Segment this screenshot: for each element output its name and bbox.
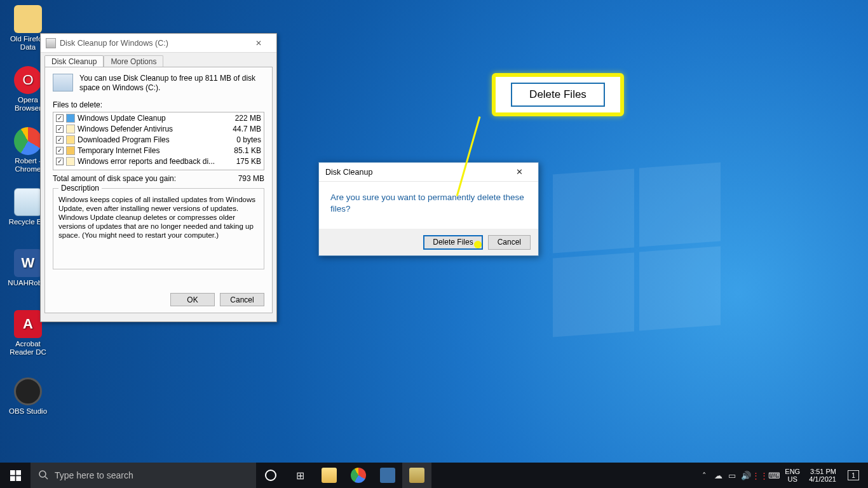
files-list[interactable]: ✓ Windows Update Cleanup 222 MB ✓ Window… [53, 112, 264, 170]
item-name: Windows Update Cleanup [78, 114, 223, 123]
taskbar-app-disk-cleanup[interactable] [402, 463, 431, 488]
cortana-button[interactable] [256, 463, 285, 488]
dialog-titlebar[interactable]: Disk Cleanup ✕ [319, 163, 538, 182]
action-center-button[interactable]: 1 [841, 463, 865, 488]
list-item[interactable]: ✓ Windows Defender Antivirus 44.7 MB [53, 123, 264, 134]
tab-strip: Disk Cleanup More Options [41, 53, 276, 67]
keyboard-icon[interactable]: ⌨ [767, 463, 781, 488]
close-button[interactable]: ✕ [246, 34, 271, 52]
notification-count: 1 [851, 472, 855, 479]
item-size: 85.1 KB [223, 146, 261, 155]
delete-files-button[interactable]: Delete Files [423, 235, 482, 250]
checkbox[interactable]: ✓ [56, 136, 64, 144]
clock-time: 3:51 PM [809, 468, 836, 475]
description-fieldset: Description Windows keeps copies of all … [53, 188, 264, 269]
search-icon [38, 470, 48, 482]
files-to-delete-label: Files to delete: [53, 100, 264, 109]
start-button[interactable] [0, 463, 31, 488]
window-titlebar[interactable]: Disk Cleanup for Windows (C:) ✕ [41, 34, 276, 53]
list-item[interactable]: ✓ Temporary Internet Files 85.1 KB [53, 145, 264, 156]
taskbar-app-chrome[interactable] [344, 463, 373, 488]
dialog-button-row: Delete Files Cancel [319, 229, 538, 255]
system-tray: ˄ ☁ ▭ 🔊 ⋮⋮ ⌨ ENG US 3:51 PM 4/1/2021 1 [697, 463, 868, 488]
onedrive-icon[interactable]: ☁ [711, 463, 725, 488]
item-size: 44.7 MB [223, 125, 261, 133]
checkbox[interactable]: ✓ [56, 158, 64, 165]
svg-rect-3 [16, 476, 21, 481]
freeup-text: You can use Disk Cleanup to free up 811 … [79, 74, 264, 93]
tray-overflow-button[interactable]: ˄ [697, 463, 711, 488]
svg-line-5 [45, 477, 48, 479]
window-title: Disk Cleanup for Windows (C:) [60, 39, 246, 48]
tab-disk-cleanup[interactable]: Disk Cleanup [44, 55, 104, 67]
desktop-icon-obs[interactable]: OBS Studio [4, 377, 52, 416]
folder-icon [14, 5, 42, 33]
list-item[interactable]: ✓ Windows error reports and feedback di.… [53, 156, 264, 166]
total-label: Total amount of disk space you gain: [53, 174, 238, 183]
battery-icon[interactable]: ▭ [725, 463, 739, 488]
notification-icon: 1 [848, 470, 859, 480]
svg-rect-1 [16, 470, 21, 475]
disk-cleanup-icon [46, 38, 56, 48]
file-type-icon [66, 114, 75, 123]
callout-button-visual: Delete Files [511, 83, 605, 107]
desktop-icon-label: OBS Studio [4, 407, 52, 416]
word-icon: W [14, 249, 42, 277]
freeup-info: You can use Disk Cleanup to free up 811 … [53, 74, 264, 93]
windows-start-icon [10, 470, 21, 481]
clock[interactable]: 3:51 PM 4/1/2021 [804, 468, 841, 483]
svg-rect-2 [10, 476, 15, 481]
language-indicator[interactable]: ENG US [781, 468, 804, 483]
desktop-icon-label: Acrobat Reader DC [4, 340, 52, 356]
total-row: Total amount of disk space you gain: 793… [53, 174, 264, 183]
confirm-dialog: Disk Cleanup ✕ Are you sure you want to … [318, 162, 539, 256]
taskbar-app-generic[interactable] [373, 463, 402, 488]
file-type-icon [66, 146, 75, 155]
callout-highlight: Delete Files [492, 73, 624, 116]
file-type-icon [66, 157, 75, 166]
disk-cleanup-window: Disk Cleanup for Windows (C:) ✕ Disk Cle… [40, 33, 277, 322]
obs-icon [14, 377, 42, 405]
task-view-icon: ⊞ [296, 470, 304, 482]
svg-point-4 [39, 471, 46, 477]
item-name: Temporary Internet Files [78, 146, 223, 155]
app-icon [380, 468, 395, 483]
opera-icon: O [14, 66, 42, 94]
acrobat-icon: A [14, 310, 42, 338]
search-placeholder: Type here to search [55, 470, 133, 480]
clock-date: 4/1/2021 [809, 475, 836, 483]
cancel-button[interactable]: Cancel [220, 293, 264, 306]
drive-icon [53, 74, 73, 92]
task-view-button[interactable]: ⊞ [285, 463, 315, 488]
file-type-icon [66, 135, 75, 144]
svg-rect-0 [10, 470, 15, 475]
cancel-button[interactable]: Cancel [488, 235, 531, 250]
list-item[interactable]: ✓ Windows Update Cleanup 222 MB [53, 112, 264, 123]
windows-logo-watermark [553, 172, 724, 337]
file-type-icon [66, 125, 75, 133]
checkbox[interactable]: ✓ [56, 114, 64, 122]
taskbar-search[interactable]: Type here to search [31, 463, 256, 488]
circle-icon [265, 470, 276, 481]
taskbar-app-file-explorer[interactable] [315, 463, 344, 488]
checkbox[interactable]: ✓ [56, 125, 64, 133]
item-name: Windows Defender Antivirus [78, 125, 223, 133]
disk-cleanup-icon [409, 468, 424, 483]
network-icon[interactable]: ⋮⋮ [753, 463, 767, 488]
file-explorer-icon [322, 468, 337, 483]
list-item[interactable]: ✓ Downloaded Program Files 0 bytes [53, 134, 264, 145]
volume-icon[interactable]: 🔊 [739, 463, 753, 488]
lang-line1: ENG [785, 468, 800, 475]
taskbar-pinned-apps: ⊞ [256, 463, 431, 488]
dialog-title: Disk Cleanup [325, 168, 506, 177]
confirm-message: Are you sure you want to permanently del… [319, 182, 538, 215]
description-text: Windows keeps copies of all installed up… [58, 195, 259, 240]
item-size: 0 bytes [223, 135, 261, 144]
description-legend: Description [58, 184, 102, 193]
tab-more-options[interactable]: More Options [104, 55, 163, 67]
checkbox[interactable]: ✓ [56, 147, 64, 154]
tab-panel: You can use Disk Cleanup to free up 811 … [44, 67, 273, 313]
recycle-bin-icon [14, 188, 42, 216]
ok-button[interactable]: OK [170, 293, 215, 306]
close-button[interactable]: ✕ [506, 163, 532, 181]
